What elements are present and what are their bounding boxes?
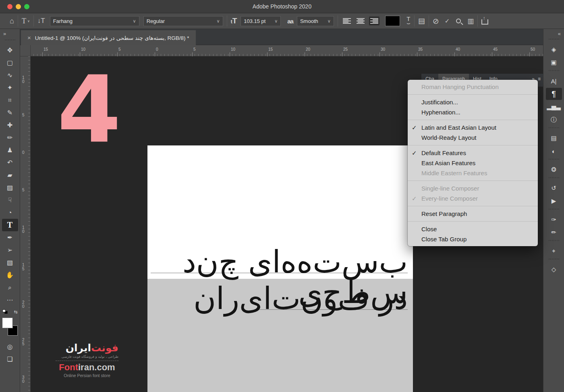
panel-grip[interactable] [549,240,559,242]
search-icon[interactable] [456,19,461,23]
toolbar-collapse-icon[interactable]: » [3,31,5,37]
close-tab-icon[interactable]: × [27,34,31,41]
toggle-panels-icon[interactable]: ▤ [418,17,425,25]
menu-item[interactable]: Justification... [408,97,538,107]
menu-item[interactable]: Close [408,224,538,234]
ruler-label: 15 [44,47,48,52]
lasso-tool-icon[interactable]: ∿ [2,69,18,81]
menu-item[interactable]: Hyphenation... [408,107,538,117]
gradient-tool-icon[interactable]: ▨ [2,181,18,194]
panel-grip[interactable] [549,39,559,41]
object-selection-tool-icon[interactable]: ✦ [2,81,18,94]
menu-item[interactable]: Reset Paragraph [408,209,538,219]
default-colors-icon[interactable] [2,309,8,314]
commit-edits-icon[interactable]: ✓ [445,17,450,25]
align-left-button[interactable] [342,17,352,25]
crop-tool-icon[interactable]: ⌗ [2,94,18,106]
vertical-ruler[interactable]: 1 05051 01 52 02 53 0 [20,56,31,392]
menu-item: Roman Hanging Punctuation [408,82,538,92]
ruler-label: 5 [22,188,25,192]
type-tool-icon[interactable]: T [2,219,18,231]
panel-grip[interactable] [549,159,559,161]
ruler-label: 45 [493,47,498,52]
path-selection-tool-icon[interactable]: ➢ [2,244,18,256]
ruler-label: 2 0 [22,301,25,309]
ruler-label: 40 [456,47,460,52]
healing-brush-tool-icon[interactable]: ✚ [2,119,18,131]
panel-dock-collapse-icon[interactable]: « [558,31,560,37]
menu-item-label: East Asian Features [421,160,475,166]
menu-item-label: Reset Paragraph [421,210,467,217]
canvas-text-line2[interactable]: د‌ر ف‌و‌ن‌ت‌ا‌ی‌ر‌ا‌ن [149,283,408,314]
move-tool-icon[interactable]: ✥ [2,44,18,56]
actions-panel-icon[interactable]: ▶ [546,195,562,207]
share-icon[interactable]: ↑ [481,19,488,25]
smudge-tool-icon[interactable]: ☟ [2,194,18,206]
brush-settings-panel-icon[interactable]: ✑ [546,214,562,226]
panel-grip[interactable] [549,70,559,72]
info-panel-icon[interactable]: ⓘ [546,114,562,126]
3d-panel-icon[interactable]: ◇ [546,263,562,276]
dodge-tool-icon[interactable]: ◔ [2,206,18,219]
history-panel-icon[interactable]: ↺ [546,182,562,194]
menu-item[interactable]: East Asian Features [408,158,538,168]
foreground-color-swatch[interactable] [2,318,12,328]
paragraph-panel-icon[interactable]: ¶ [546,88,562,100]
clone-source-panel-icon[interactable]: ⌖ [546,245,562,257]
workspace-switcher-icon[interactable]: ▥ [467,17,474,25]
panel-grip[interactable] [549,127,559,129]
align-center-button[interactable] [355,17,366,25]
menu-item[interactable]: World-Ready Layout [408,133,538,143]
menu-item-label: Close [421,226,437,232]
layers-panel-icon[interactable]: ◈ [546,44,562,56]
menu-item[interactable]: Close Tab Group [408,234,538,244]
document-tab-title: Untitled-1 @ 100% (بسته‌های چند سطحی در … [35,35,189,41]
logo-persian-subtitle: طراحی ، تولید و فروشگاه فونت فارسی [56,355,118,359]
menu-item[interactable]: ✓Latin and East Asian Layout [408,122,538,133]
edit-toolbar-icon[interactable]: ⋯ [2,294,18,306]
panel-grip[interactable] [549,209,559,211]
panel-dock: « ◈▣A|¶▂▅▃ⓘ▤◐❂↺▶✑✏⌖◇ [543,29,564,392]
tool-preset-chevron-icon[interactable]: ∨ [27,19,30,23]
properties-panel-icon[interactable]: ▣ [546,56,562,68]
warp-text-icon[interactable]: T ⌣ [406,17,411,25]
panel-flyout-menu-icon[interactable]: ≡ [538,76,541,82]
swap-colors-icon[interactable]: ⇆ [14,309,17,315]
anti-alias-select[interactable]: Smooth ∨ [297,16,334,26]
screen-mode-icon[interactable]: ❏ [2,353,18,365]
text-orientation-icon[interactable]: ↓T [37,17,45,25]
brush-tool-icon[interactable]: ✏ [2,131,18,144]
shape-tool-icon[interactable]: ▧ [2,256,18,269]
font-size-select[interactable]: 103.15 pt ∨ [241,16,281,26]
character-panel-icon[interactable]: A| [546,75,562,87]
histogram-panel-icon[interactable]: ▂▅▃ [546,101,562,113]
font-family-select[interactable]: Farhang ∨ [50,16,139,26]
cancel-edits-icon[interactable]: ⊘ [433,17,439,26]
eraser-tool-icon[interactable]: ▰ [2,169,18,181]
horizontal-ruler[interactable]: 1510505101520253035404550 [20,45,543,56]
marquee-tool-icon[interactable]: ▢ [2,56,18,69]
toolbar-grip[interactable] [5,39,15,41]
text-color-swatch[interactable] [385,16,400,26]
hand-tool-icon[interactable]: ✋ [2,269,18,281]
pen-tool-icon[interactable]: ✒ [2,231,18,244]
panel-grip[interactable] [549,177,559,179]
color-panel-icon[interactable]: ❂ [546,164,562,176]
brushes-panel-icon[interactable]: ✏ [546,226,562,239]
font-style-select[interactable]: Regular ∨ [143,16,223,26]
menu-item[interactable]: ✓Default Features [408,148,538,158]
panel-grip[interactable] [549,259,559,261]
align-right-button[interactable] [369,17,379,25]
menu-item-label: Justification... [421,99,458,106]
eyedropper-tool-icon[interactable]: ✎ [2,106,18,119]
quick-mask-icon[interactable]: ◎ [2,340,18,353]
adjustments-panel-icon[interactable]: ◐ [546,145,562,157]
zoom-tool-icon[interactable]: ⌕ [2,281,18,294]
tool-preset-icon[interactable]: T [22,17,26,25]
document-tab[interactable]: × Untitled-1 @ 100% (بسته‌های چند سطحی د… [21,30,196,45]
home-icon[interactable]: ⌂ [10,17,14,25]
history-brush-tool-icon[interactable]: ↶ [2,156,18,169]
menu-item: Single-line Composer [408,183,538,193]
libraries-panel-icon[interactable]: ▤ [546,132,562,144]
clone-stamp-tool-icon[interactable]: ♟ [2,144,18,156]
